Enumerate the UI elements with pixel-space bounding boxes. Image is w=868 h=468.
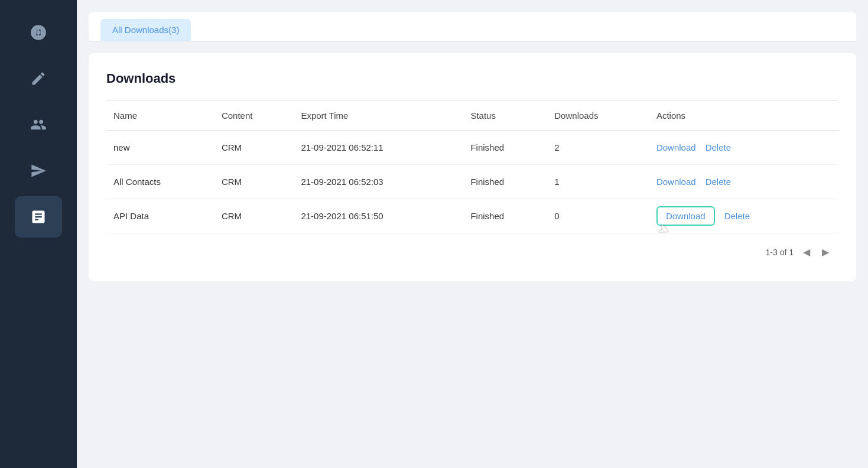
cell-status: Finished (463, 131, 547, 165)
cell-content: CRM (214, 199, 294, 233)
tab-all-downloads[interactable]: All Downloads(3) (100, 19, 191, 41)
col-header-downloads: Downloads (547, 101, 649, 131)
sidebar-item-dashboard[interactable] (15, 12, 62, 53)
page-title: Downloads (106, 71, 838, 86)
col-header-actions: Actions (649, 101, 838, 131)
cell-content: CRM (214, 165, 294, 199)
sidebar (0, 0, 77, 468)
sidebar-item-edit[interactable] (15, 58, 62, 99)
downloads-card: Downloads Name Content Export Time Statu… (89, 53, 856, 281)
cell-downloads-count: 0 (547, 199, 649, 233)
cell-actions: DownloadDelete (649, 165, 838, 199)
reports-icon (30, 209, 47, 225)
cell-actions: DownloadDelete (649, 131, 838, 165)
delete-button[interactable]: Delete (706, 142, 731, 152)
users-icon (30, 116, 47, 133)
cell-status: Finished (463, 165, 547, 199)
col-header-export-time: Export Time (294, 101, 463, 131)
col-header-content: Content (214, 101, 294, 131)
content-area: Downloads Name Content Export Time Statu… (89, 41, 856, 281)
cell-export-time: 21-09-2021 06:51:50 (294, 199, 463, 233)
cell-name[interactable]: All Contacts (106, 165, 214, 199)
sidebar-item-reports[interactable] (15, 196, 62, 238)
edit-icon (30, 70, 47, 87)
sidebar-item-send[interactable] (15, 150, 62, 191)
col-header-name: Name (106, 101, 214, 131)
download-button[interactable]: Download (656, 142, 696, 152)
downloads-table: Name Content Export Time Status Download… (106, 100, 838, 233)
pagination: 1-3 of 1 ◀ ▶ (106, 233, 838, 264)
cell-content: CRM (214, 131, 294, 165)
pagination-label: 1-3 of 1 (766, 248, 794, 257)
cell-name[interactable]: new (106, 131, 214, 165)
table-row: All ContactsCRM21-09-2021 06:52:03Finish… (106, 165, 838, 199)
pagination-next-button[interactable]: ▶ (820, 245, 831, 259)
cell-downloads-count: 1 (547, 165, 649, 199)
cell-actions: Download➤Delete (649, 199, 838, 233)
sidebar-item-users[interactable] (15, 104, 62, 145)
cell-export-time: 21-09-2021 06:52:11 (294, 131, 463, 165)
delete-button[interactable]: Delete (706, 177, 731, 187)
cell-name[interactable]: API Data (106, 199, 214, 233)
pagination-prev-button[interactable]: ◀ (801, 245, 812, 259)
table-row: API DataCRM21-09-2021 06:51:50Finished0D… (106, 199, 838, 233)
delete-button[interactable]: Delete (724, 211, 750, 221)
send-icon (30, 162, 47, 179)
tabs-bar: All Downloads(3) (89, 12, 856, 41)
cell-downloads-count: 2 (547, 131, 649, 165)
cell-export-time: 21-09-2021 06:52:03 (294, 165, 463, 199)
table-row: newCRM21-09-2021 06:52:11Finished2Downlo… (106, 131, 838, 165)
main-content: All Downloads(3) Downloads Name Content … (77, 0, 868, 468)
dashboard-icon (30, 24, 47, 41)
col-header-status: Status (463, 101, 547, 131)
download-button[interactable]: Download (656, 177, 696, 187)
cell-status: Finished (463, 199, 547, 233)
